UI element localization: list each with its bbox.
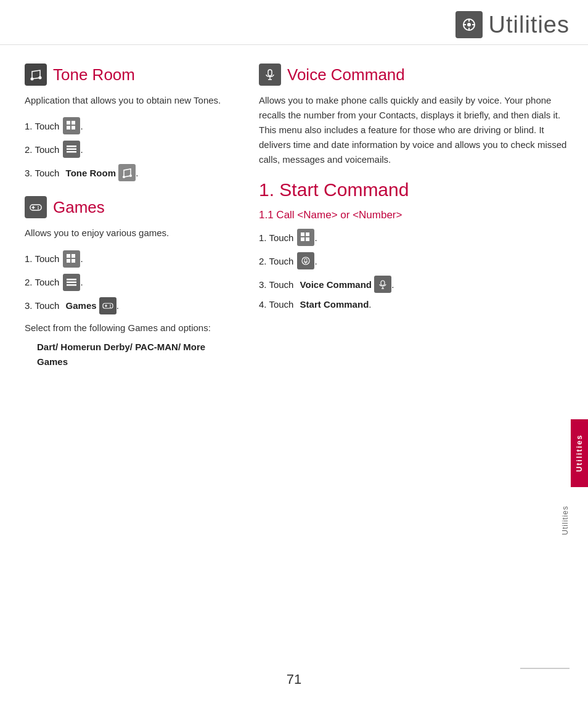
- svg-point-7: [31, 78, 34, 81]
- games-icon: [25, 196, 47, 218]
- start-command-section: 1. Start Command 1.1 Call <Name> or <Num…: [259, 179, 570, 310]
- svg-rect-10: [71, 121, 75, 125]
- svg-rect-46: [381, 281, 385, 285]
- left-column: Tone Room Application that allows you to…: [0, 64, 247, 369]
- svg-rect-11: [67, 126, 70, 129]
- svg-rect-28: [67, 279, 76, 281]
- svg-rect-29: [67, 281, 76, 283]
- svg-rect-41: [301, 237, 304, 241]
- menu-icon-2: [63, 274, 80, 291]
- tone-room-title: Tone Room: [25, 64, 234, 86]
- svg-point-22: [38, 207, 39, 208]
- call-sub-title: 1.1 Call <Name> or <Number>: [259, 209, 570, 221]
- svg-rect-24: [67, 254, 70, 258]
- svg-point-34: [110, 305, 111, 306]
- svg-point-23: [38, 208, 39, 210]
- svg-point-35: [110, 306, 111, 308]
- voice-cmd-small-icon: [374, 276, 391, 293]
- start-cmd-step-1: 1. Touch .: [259, 229, 570, 246]
- svg-rect-13: [67, 146, 76, 147]
- svg-rect-26: [67, 259, 70, 263]
- svg-rect-27: [71, 259, 75, 263]
- tone-room-desc: Application that allows you to obtain ne…: [25, 93, 234, 107]
- tone-room-step-2: 2. Touch .: [25, 141, 234, 158]
- svg-rect-42: [306, 237, 309, 241]
- voice-command-desc: Allows you to make phone calls quickly a…: [259, 93, 570, 167]
- voicecmd-icon: [297, 252, 314, 269]
- svg-rect-36: [268, 70, 272, 76]
- games-title: Games: [25, 196, 234, 218]
- svg-rect-25: [71, 254, 75, 258]
- start-cmd-step-2: 2. Touch .: [259, 252, 570, 269]
- games-step-2: 2. Touch .: [25, 274, 234, 291]
- grid-icon-1: [63, 117, 80, 134]
- sidebar-outer-label: Utilities: [561, 506, 570, 535]
- svg-rect-40: [306, 232, 309, 236]
- page-header: Utilities: [0, 0, 588, 45]
- tone-room-step-1: 1. Touch .: [25, 117, 234, 134]
- page-title: Utilities: [489, 12, 570, 38]
- svg-rect-15: [67, 151, 76, 153]
- svg-point-17: [123, 176, 125, 178]
- grid-icon-2: [63, 250, 80, 268]
- start-command-title: 1. Start Command: [259, 179, 570, 200]
- svg-point-1: [467, 23, 471, 27]
- bottom-rule: [520, 668, 570, 669]
- svg-rect-39: [301, 232, 304, 236]
- utilities-icon: [455, 11, 483, 38]
- games-small-icon: [99, 297, 116, 314]
- tone-room-section: Tone Room Application that allows you to…: [25, 64, 234, 181]
- sidebar-tab-text: Utilities: [575, 434, 584, 472]
- svg-rect-12: [71, 126, 75, 129]
- games-section: Games Allows you to enjoy various games.…: [25, 196, 234, 369]
- main-content: Tone Room Application that allows you to…: [0, 51, 588, 369]
- svg-rect-31: [103, 303, 113, 308]
- svg-rect-9: [67, 121, 70, 125]
- svg-rect-14: [67, 149, 76, 150]
- menu-icon-1: [63, 141, 80, 158]
- voice-command-section: Voice Command Allows you to make phone c…: [259, 64, 570, 167]
- games-select-text: Select from the following Games and opti…: [25, 321, 234, 335]
- svg-rect-30: [67, 284, 76, 286]
- games-desc: Allows you to enjoy various games.: [25, 226, 234, 240]
- voice-command-title: Voice Command: [259, 64, 570, 86]
- games-step-3: 3. Touch Games .: [25, 297, 234, 314]
- page-number: 71: [287, 671, 301, 688]
- tone-room-icon: [25, 64, 47, 86]
- svg-rect-44: [304, 258, 307, 262]
- tone-room-step-3: 3. Touch Tone Room .: [25, 164, 234, 181]
- svg-point-18: [129, 174, 132, 177]
- toneroom-icon: [118, 164, 136, 181]
- start-cmd-step-3: 3. Touch Voice Command .: [259, 276, 570, 293]
- start-cmd-step-4: 4. Touch Start Command.: [259, 299, 570, 310]
- sidebar-tab: Utilities: [571, 419, 588, 487]
- right-column: Voice Command Allows you to make phone c…: [247, 64, 588, 369]
- games-step-1: 1. Touch .: [25, 250, 234, 268]
- grid-icon-3: [297, 229, 314, 246]
- games-list: Dart/ Homerun Derby/ PAC-MAN/ More Games: [37, 340, 234, 369]
- svg-point-8: [39, 76, 42, 80]
- voice-command-icon: [259, 64, 281, 86]
